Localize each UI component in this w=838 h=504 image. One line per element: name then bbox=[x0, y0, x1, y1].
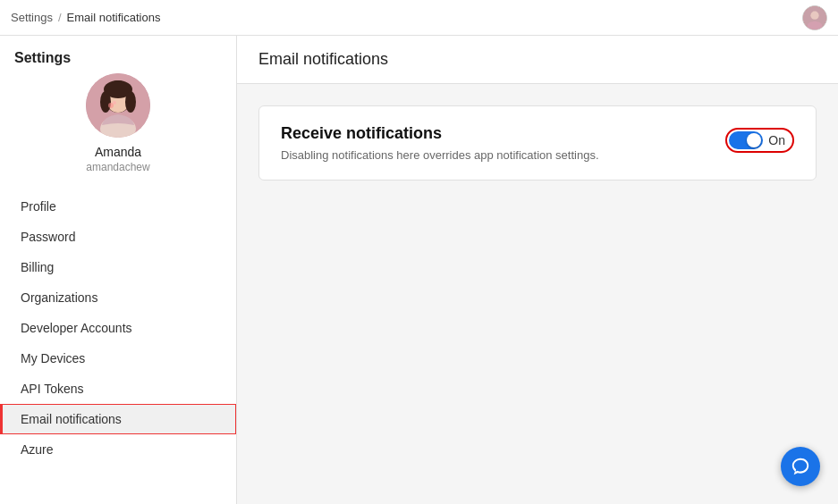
breadcrumb-root[interactable]: Settings bbox=[11, 11, 53, 24]
toggle-label: On bbox=[768, 133, 785, 147]
main-header-title: Email notifications bbox=[237, 36, 838, 84]
notification-card-left: Receive notifications Disabling notifica… bbox=[281, 124, 707, 162]
main-layout: Settings bbox=[0, 36, 838, 504]
breadcrumb-current: Email notifications bbox=[67, 11, 161, 24]
sidebar: Settings bbox=[0, 36, 237, 504]
breadcrumb: Settings / Email notifications bbox=[11, 11, 160, 24]
sidebar-nav: ProfilePasswordBillingOrganizationsDevel… bbox=[0, 191, 236, 465]
user-avatar-top[interactable] bbox=[802, 5, 827, 30]
svg-point-8 bbox=[125, 91, 136, 113]
sidebar-item-profile[interactable]: Profile bbox=[0, 191, 236, 222]
sidebar-item-azure[interactable]: Azure bbox=[0, 434, 236, 465]
sidebar-item-password[interactable]: Password bbox=[0, 222, 236, 252]
svg-point-10 bbox=[108, 103, 114, 108]
sidebar-user-name: Amanda bbox=[95, 145, 141, 159]
sidebar-profile: Amanda amandachew bbox=[0, 73, 236, 191]
notification-title: Receive notifications bbox=[281, 124, 707, 143]
sidebar-item-email-notifications[interactable]: Email notifications bbox=[0, 404, 236, 434]
sidebar-item-my-devices[interactable]: My Devices bbox=[0, 343, 236, 374]
toggle-track[interactable] bbox=[729, 131, 763, 149]
main-content: Email notifications Receive notification… bbox=[237, 36, 838, 504]
sidebar-item-organizations[interactable]: Organizations bbox=[0, 282, 236, 313]
avatar bbox=[86, 73, 150, 138]
sidebar-username: amandachew bbox=[86, 161, 149, 173]
topbar: Settings / Email notifications bbox=[0, 0, 838, 36]
toggle-wrapper[interactable]: On bbox=[725, 128, 794, 153]
notification-toggle-area: On bbox=[725, 128, 794, 153]
svg-point-7 bbox=[100, 91, 111, 113]
svg-point-11 bbox=[113, 101, 116, 105]
notification-card: Receive notifications Disabling notifica… bbox=[258, 105, 817, 181]
notification-subtitle: Disabling notifications here overrides a… bbox=[281, 148, 707, 162]
chat-button[interactable] bbox=[781, 447, 820, 486]
breadcrumb-separator: / bbox=[58, 11, 62, 24]
sidebar-item-api-tokens[interactable]: API Tokens bbox=[0, 374, 236, 404]
sidebar-item-developer-accounts[interactable]: Developer Accounts bbox=[0, 313, 236, 343]
main-body: Receive notifications Disabling notifica… bbox=[237, 84, 838, 202]
sidebar-item-billing[interactable]: Billing bbox=[0, 252, 236, 282]
toggle-thumb bbox=[747, 133, 761, 147]
svg-point-1 bbox=[810, 11, 818, 19]
sidebar-title: Settings bbox=[0, 50, 236, 73]
